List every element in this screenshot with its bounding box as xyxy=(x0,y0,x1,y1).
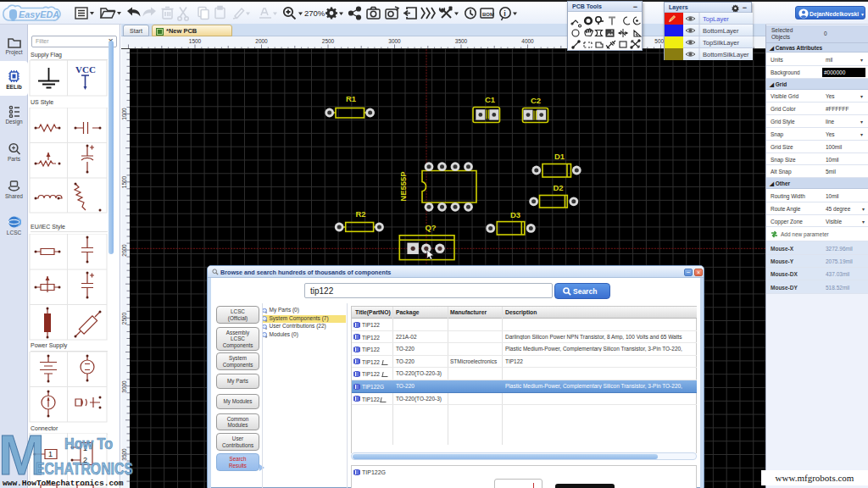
svg-text:2000: 2000 xyxy=(255,38,268,44)
svg-text:3000: 3000 xyxy=(388,38,401,44)
svg-text:3500: 3500 xyxy=(455,38,468,44)
svg-text:R2: R2 xyxy=(355,209,365,219)
svg-text:NE555P: NE555P xyxy=(398,171,408,202)
svg-text:R1: R1 xyxy=(346,94,357,103)
svg-text:i: i xyxy=(504,9,506,18)
svg-text:C1: C1 xyxy=(485,95,496,104)
svg-text:TopLayer: TopLayer xyxy=(703,15,729,23)
svg-text:1: 1 xyxy=(83,444,87,452)
svg-text:1500: 1500 xyxy=(189,38,202,44)
svg-text:3000: 3000 xyxy=(121,380,127,393)
svg-text:4000: 4000 xyxy=(521,38,534,44)
svg-text:D3: D3 xyxy=(510,210,520,219)
svg-text:2: 2 xyxy=(83,456,87,464)
svg-text:EasyEDA: EasyEDA xyxy=(19,9,59,19)
svg-text:BottomSilkLayer: BottomSilkLayer xyxy=(703,51,749,58)
svg-text:BottomLayer: BottomLayer xyxy=(703,27,739,35)
svg-text:Q?: Q? xyxy=(425,223,436,232)
svg-text:C2: C2 xyxy=(531,96,541,105)
svg-text:D2: D2 xyxy=(553,183,563,192)
svg-text:2500: 2500 xyxy=(121,312,127,324)
svg-text:VCC: VCC xyxy=(75,64,96,75)
svg-text:D1: D1 xyxy=(554,152,565,161)
svg-text:2500: 2500 xyxy=(322,38,335,44)
svg-text:BOM: BOM xyxy=(482,12,494,17)
svg-text:270%: 270% xyxy=(304,8,326,18)
svg-text:TopSilkLayer: TopSilkLayer xyxy=(703,39,739,47)
svg-text:1: 1 xyxy=(48,450,53,458)
